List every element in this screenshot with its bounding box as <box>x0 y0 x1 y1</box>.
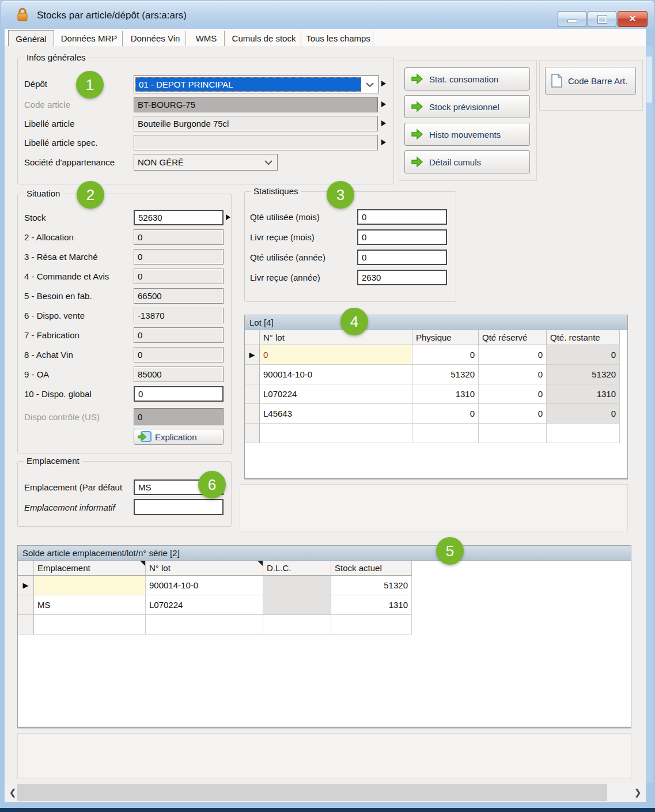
libelle-article-spec-field[interactable] <box>134 135 378 150</box>
dispo-vente-label: 6 - Dispo. vente <box>24 308 85 323</box>
stock-field[interactable]: 52630 <box>134 210 224 225</box>
table-row[interactable]: MS L070224 1310 <box>18 595 412 615</box>
lot-col-qte-reserve[interactable]: Qté réservé <box>479 330 547 345</box>
lot-table-title: Lot [4] <box>245 315 627 330</box>
table-row[interactable]: ▶ 900014-10-0 51320 <box>18 576 412 595</box>
stock-label: Stock <box>24 210 46 225</box>
group-infos-legend: Infos générales <box>24 52 89 62</box>
maximize-button[interactable] <box>588 11 616 27</box>
vertical-scrollbar-thumb[interactable] <box>646 56 652 103</box>
scroll-right-icon[interactable]: ❯ <box>630 783 646 802</box>
solde-header-row: Emplacement N° lot D.L.C. Stock actuel <box>18 561 412 576</box>
annotation-badge-1: 1 <box>76 71 104 99</box>
histo-mouvements-label: Histo mouvements <box>429 130 501 139</box>
code-article-detail-arrow-icon[interactable] <box>381 101 386 107</box>
dispo-global-field[interactable]: 0 <box>134 386 224 402</box>
lot-col-nlot[interactable]: N° lot <box>260 330 412 345</box>
explication-button[interactable]: Explication <box>134 429 224 445</box>
libelle-article-label: Libellé article <box>24 116 75 131</box>
livr-recue-mois-field[interactable]: 0 <box>357 229 447 245</box>
table-row-empty[interactable] <box>245 424 620 443</box>
libelle-article-detail-arrow-icon[interactable] <box>381 120 386 126</box>
dispo-controle-label: Dispo contrôle (US) <box>24 408 100 425</box>
solde-col-stock-actuel[interactable]: Stock actuel <box>331 561 412 576</box>
emplacement-defaut-label: Emplacement (Par défaut <box>24 479 122 495</box>
achat-vin-field: 0 <box>134 347 224 362</box>
solde-grid: Emplacement N° lot D.L.C. Stock actuel ▶… <box>18 561 412 635</box>
vertical-scrollbar-track[interactable] <box>646 46 653 783</box>
horizontal-scrollbar-thumb[interactable] <box>17 784 607 801</box>
current-row-marker: ▶ <box>23 581 29 589</box>
green-arrow-icon <box>411 156 423 168</box>
allocation-field: 0 <box>134 229 224 245</box>
table-row[interactable]: L45643 0 0 0 <box>245 404 620 424</box>
libelle-spec-detail-arrow-icon[interactable] <box>381 139 386 145</box>
group-statistiques: Statistiques <box>244 191 456 302</box>
chevron-down-icon <box>264 160 272 165</box>
tab-donnees-vin[interactable]: Données Vin <box>125 31 186 46</box>
qte-utilisee-annee-field[interactable]: 0 <box>357 250 447 265</box>
stat-consomation-button[interactable]: Stat. consomation <box>404 67 530 90</box>
dispo-global-label: 10 - Dispo. global <box>24 386 92 402</box>
current-row-marker: ▶ <box>249 351 255 358</box>
qte-utilisee-annee-label: Qté utilisée (année) <box>250 250 325 265</box>
table-row[interactable]: L070224 1310 0 1310 <box>245 384 620 404</box>
fabrication-field: 0 <box>134 327 224 343</box>
window-bottom-edge <box>0 808 655 812</box>
depot-combobox[interactable]: 01 - DEPOT PRINCIPAL <box>134 75 379 93</box>
depot-detail-arrow-icon[interactable] <box>381 81 386 86</box>
resa-marche-label: 3 - Résa et Marché <box>24 249 98 265</box>
lot-header-row: N° lot Physique Qté réservé Qté. restant… <box>245 330 620 345</box>
green-arrow-icon <box>411 73 423 85</box>
solde-col-emplacement[interactable]: Emplacement <box>34 561 146 576</box>
societe-label: Société d'appartenance <box>24 154 115 171</box>
solde-col-dlc[interactable]: D.L.C. <box>263 561 331 576</box>
code-article-label: Code article <box>24 97 70 112</box>
document-icon <box>551 74 562 88</box>
livr-recue-annee-field[interactable]: 2630 <box>357 270 447 285</box>
lot-col-physique[interactable]: Physique <box>412 330 479 345</box>
libelle-article-field: Bouteille Burgonde 75cl <box>134 116 378 131</box>
tab-donnees-mrp[interactable]: Données MRP <box>56 31 123 46</box>
lot-grid: N° lot Physique Qté réservé Qté. restant… <box>245 330 620 443</box>
tab-wms[interactable]: WMS <box>188 31 225 46</box>
chevron-down-icon <box>366 82 374 87</box>
green-arrow-icon <box>411 129 423 140</box>
dispo-controle-field: 0 <box>134 408 224 425</box>
code-barre-button[interactable]: Code Barre Art. <box>545 67 636 95</box>
societe-selected-value: NON GÉRÉ <box>138 157 184 167</box>
histo-mouvements-button[interactable]: Histo mouvements <box>404 123 530 146</box>
code-article-field: BT-BOURG-75 <box>134 97 378 112</box>
emplacement-informatif-field[interactable] <box>134 499 224 515</box>
societe-combobox[interactable]: NON GÉRÉ <box>134 154 278 171</box>
tab-bar: Général Données MRP Données Vin WMS Cumu… <box>5 29 646 46</box>
oa-label: 9 - OA <box>24 367 49 382</box>
explication-label: Explication <box>155 432 197 442</box>
table-row-empty[interactable] <box>18 615 412 635</box>
bottom-panel <box>17 733 631 779</box>
minimize-button[interactable] <box>558 11 586 27</box>
libelle-article-spec-label: Libellé article spec. <box>24 135 98 150</box>
application-window: Stocks par article/dépôt (ars:a:ars) ✕ G… <box>0 0 655 812</box>
depot-selected-value: 01 - DEPOT PRINCIPAL <box>135 77 361 92</box>
qte-utilisee-mois-field[interactable]: 0 <box>357 209 447 225</box>
tab-tous-les-champs[interactable]: Tous les champs <box>304 31 373 46</box>
solde-col-nlot[interactable]: N° lot <box>146 561 263 576</box>
commande-avis-label: 4 - Commande et Avis <box>24 269 109 284</box>
titlebar[interactable]: Stocks par article/dépôt (ars:a:ars) ✕ <box>1 1 654 29</box>
tab-cumuls-de-stock[interactable]: Cumuls de stock <box>227 31 301 46</box>
resa-marche-field: 0 <box>134 249 224 265</box>
lock-icon <box>16 7 29 23</box>
detail-cumuls-button[interactable]: Détail cumuls <box>404 150 530 173</box>
close-button[interactable]: ✕ <box>618 11 648 27</box>
annotation-badge-2: 2 <box>77 181 104 209</box>
stock-detail-arrow-icon[interactable] <box>226 214 230 220</box>
besoin-fab-field: 66500 <box>134 288 224 304</box>
annotation-badge-3: 3 <box>327 181 354 209</box>
stock-previsionnel-button[interactable]: Stock prévisionnel <box>404 95 530 118</box>
table-row[interactable]: ▶ 0 0 0 0 <box>245 345 620 365</box>
green-arrow-icon <box>411 101 423 112</box>
tab-general[interactable]: Général <box>8 30 54 46</box>
table-row[interactable]: 900014-10-0 51320 0 51320 <box>245 365 620 384</box>
lot-col-qte-restante[interactable]: Qté. restante <box>547 330 620 345</box>
